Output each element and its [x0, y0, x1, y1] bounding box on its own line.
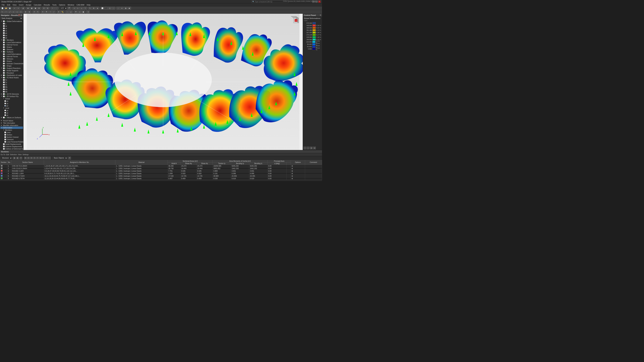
th-bending-iy[interactable]: Bending Iy: [231, 162, 249, 165]
tb2-scale[interactable]: ⤢: [52, 10, 56, 13]
td-options[interactable]: ⚙: [291, 167, 305, 170]
tree-maxmin-info[interactable]: ▶ Max/Min Information: [0, 124, 23, 126]
cb-2d-fe[interactable]: ✓: [3, 95, 5, 97]
cb-mz[interactable]: ✓: [3, 91, 5, 92]
tb-render[interactable]: ◉: [128, 7, 131, 10]
cp-btn4[interactable]: ⊟: [313, 147, 316, 149]
cb-phix[interactable]: ✓: [3, 32, 5, 34]
tree-stresses-m[interactable]: ✓ ⊞ Stresses: [0, 48, 23, 51]
tb-open[interactable]: 📂: [4, 7, 8, 10]
menu-insert[interactable]: Insert: [18, 3, 24, 6]
tree-values-surfaces[interactable]: ▶ ▶ Values on Surfaces: [0, 116, 23, 119]
table-row[interactable]: 2 CHS 23.6/2.0,394/H 2,25,47,88,109,150,…: [0, 167, 322, 170]
cb-u[interactable]: ✓: [3, 23, 5, 24]
sections-goto[interactable]: Go To: [1, 154, 5, 156]
cb-phiz[interactable]: ✓: [3, 37, 5, 38]
table-row[interactable]: 1 CHS 39.7/2.0,394/H 1,24,45,46,87,109,1…: [0, 165, 322, 167]
table-row[interactable]: 5 ROUND 4.724/H 10,11,33,34,54,55,75,76,…: [0, 175, 322, 177]
tb2-visibility[interactable]: 👁: [74, 10, 78, 13]
cb-fe-mesh[interactable]: ✓: [3, 77, 5, 78]
tb2-dim[interactable]: ↔: [66, 10, 69, 13]
tree-strains-m[interactable]: ✓ ⊞ Strains: [0, 46, 23, 48]
tree-1d-fe[interactable]: ▶ ▶ 1D FE Elements: [0, 93, 23, 95]
tree-resultant[interactable]: ✓ ⊞ Resultant: [0, 72, 23, 74]
tree-nodal-supports[interactable]: ✓ ⊞ Nodal Supports: [0, 69, 23, 72]
search-input[interactable]: [255, 1, 285, 3]
cb-strains-m[interactable]: ✓: [3, 46, 5, 48]
tb2-rotate2[interactable]: ↻: [36, 10, 40, 13]
tb2-copy[interactable]: ⧉: [45, 10, 48, 13]
filter-prev-btn[interactable]: ◀: [13, 157, 16, 159]
tree-local-label[interactable]: ▼ Local: [0, 107, 23, 109]
td-options[interactable]: ⚙: [291, 177, 305, 180]
tree-surf-stresses[interactable]: ✓ ⊞ Stresses: [0, 58, 23, 60]
tb-right[interactable]: ⬚: [112, 7, 115, 10]
analysis-type-select[interactable]: Static Analysis: [1, 17, 23, 19]
tree-def-members[interactable]: ▼ Members: [0, 129, 23, 131]
tb-btn6[interactable]: ⊟: [46, 7, 49, 10]
tb-solid[interactable]: ●: [120, 7, 124, 10]
sections-view[interactable]: View: [18, 154, 22, 156]
tree-def-section-colored[interactable]: ✓ Section Colored: [0, 136, 23, 138]
cb-extreme-displ[interactable]: ✓: [3, 146, 5, 147]
tb2-measure[interactable]: 📏: [61, 10, 64, 13]
tb2-line[interactable]: ╱: [8, 10, 12, 13]
tb2-mirror[interactable]: ⊣: [48, 10, 52, 13]
tree-def-extremes[interactable]: ✓ Extremes: [0, 138, 23, 141]
menu-edit[interactable]: Edit: [6, 3, 11, 6]
tree-mx[interactable]: ✓ Mx: [0, 86, 23, 88]
cb-surf-stresses[interactable]: ✓: [3, 58, 5, 60]
tb-btn9[interactable]: ▷: [76, 7, 80, 10]
menu-assign[interactable]: Assign: [25, 3, 32, 6]
cb-def-section-colored[interactable]: ✓: [4, 136, 6, 138]
tb2-member[interactable]: ═: [12, 10, 15, 13]
cb-surf-int-forces[interactable]: ✓: [3, 56, 5, 57]
tree-result-values[interactable]: ▶ Result Values: [0, 119, 23, 122]
cp-btn2[interactable]: ↓: [307, 147, 310, 149]
cp-btn3[interactable]: ⊞: [310, 147, 312, 149]
menu-options[interactable]: Options: [58, 3, 66, 6]
tb2-move[interactable]: ✛: [41, 10, 44, 13]
tree-local-pz[interactable]: pz: [0, 114, 23, 116]
th-torsion-iy[interactable]: Torsion Iy: [213, 162, 231, 165]
cb-surfaces[interactable]: ✓: [3, 51, 5, 53]
filter-expand-btn[interactable]: ▼: [20, 157, 22, 159]
tb-zoom-in[interactable]: +: [51, 7, 54, 10]
viewport-cube[interactable]: x: [291, 15, 301, 25]
tb2-snap[interactable]: ⊕: [24, 10, 27, 13]
tree-outlines-deformed[interactable]: ✓ Outlines of Deformed Surfaces: [0, 148, 23, 150]
ftb-2[interactable]: ⊡: [27, 157, 30, 159]
cb-my[interactable]: ✓: [3, 88, 5, 90]
ftb-6[interactable]: ⊕: [39, 157, 42, 159]
tb-color[interactable]: ◑: [124, 7, 127, 10]
tb2-opening[interactable]: ⬡: [19, 10, 22, 13]
th-assigned[interactable]: Assigned to Members No.: [44, 160, 116, 165]
cb-fx[interactable]: ✓: [3, 79, 5, 81]
cb-values-surf[interactable]: [3, 117, 5, 118]
tree-surfaces[interactable]: ▼ ✓ ▶ Surfaces: [0, 51, 23, 53]
filter-structure-select[interactable]: Structure: [1, 157, 12, 159]
radio-global-py[interactable]: [4, 103, 6, 104]
tb-btn11[interactable]: ▽: [84, 7, 87, 10]
tree-phi-x[interactable]: ✓ φx: [0, 32, 23, 34]
cb-mx[interactable]: ✓: [3, 86, 5, 88]
tree-ux[interactable]: ✓ ux: [0, 25, 23, 27]
tb-rotate[interactable]: ↻: [88, 7, 92, 10]
tb2-select[interactable]: ↖: [1, 10, 4, 13]
filter-next-btn[interactable]: ▶: [16, 157, 19, 159]
radio-local-px[interactable]: [4, 110, 6, 111]
td-options[interactable]: ⚙: [291, 165, 305, 167]
tree-uz[interactable]: ✓ uz: [0, 29, 23, 32]
th-no[interactable]: No.: [7, 160, 12, 165]
cb-isotropic[interactable]: ✓: [3, 63, 5, 64]
tb2-delete[interactable]: ✕: [57, 10, 60, 13]
ftb-7[interactable]: ⊗: [42, 157, 45, 159]
viewport[interactable]: x y z x: [24, 14, 303, 150]
tb-btn5[interactable]: ⊡: [42, 7, 46, 10]
tree-uy[interactable]: ✓ uy: [0, 27, 23, 29]
nav-close-button[interactable]: ✕: [20, 14, 22, 16]
tree-dist-loads[interactable]: ▶ ▶ Distribution of Loads: [0, 74, 23, 76]
radio-global-px[interactable]: [4, 100, 6, 102]
tree-global-deformations[interactable]: ▼ ✓ ▶ Global Deformations: [0, 20, 23, 22]
tb2-angle[interactable]: ∠: [69, 10, 72, 13]
